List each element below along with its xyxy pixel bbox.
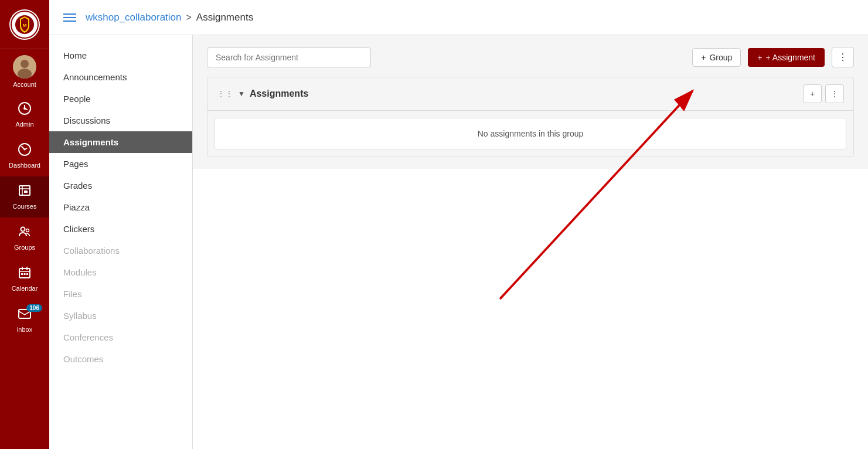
- assignments-group-header: ⋮⋮ ▼ Assignments + ⋮: [207, 77, 853, 111]
- main-content: + Group + + Assignment ⋮ ⋮⋮ ▼: [193, 35, 868, 169]
- nav-item-home[interactable]: Home: [49, 45, 192, 66]
- dashboard-label: Dashboard: [9, 162, 40, 169]
- assignments-group-title: Assignments: [250, 89, 798, 99]
- dashboard-icon: [18, 142, 32, 159]
- sidebar-item-dashboard[interactable]: Dashboard: [0, 135, 49, 176]
- empty-assignments-message: No assignments in this group: [215, 118, 846, 149]
- nav-item-conferences: Conferences: [49, 326, 192, 348]
- avatar: [13, 55, 36, 79]
- svg-point-15: [26, 229, 29, 232]
- svg-point-9: [24, 149, 26, 151]
- hamburger-line-3: [63, 21, 76, 22]
- inbox-label: inbox: [17, 326, 32, 334]
- breadcrumb-course-link[interactable]: wkshop_collaboration: [86, 12, 182, 23]
- sidebar-item-account[interactable]: Account: [0, 49, 49, 94]
- breadcrumb-separator: >: [186, 12, 192, 23]
- nav-item-grades[interactable]: Grades: [49, 175, 192, 196]
- add-icon: +: [810, 89, 815, 98]
- calendar-label: Calendar: [12, 285, 38, 292]
- breadcrumb-current: Assignments: [196, 12, 253, 23]
- search-input[interactable]: [207, 47, 371, 67]
- nav-item-syllabus: Syllabus: [49, 305, 192, 326]
- nav-item-assignments[interactable]: Assignments: [49, 131, 192, 153]
- group-actions: + ⋮: [803, 84, 844, 103]
- sidebar-item-courses[interactable]: Courses: [0, 176, 49, 217]
- content-area: Home Announcements People Discussions As…: [49, 35, 868, 449]
- svg-rect-13: [24, 191, 28, 193]
- add-group-button[interactable]: + Group: [692, 48, 741, 67]
- calendar-icon: [18, 266, 32, 283]
- sidebar-item-admin[interactable]: Admin: [0, 94, 49, 135]
- hamburger-line-2: [63, 17, 76, 18]
- admin-icon: [18, 101, 32, 118]
- more-options-button[interactable]: ⋮: [832, 47, 854, 67]
- assignments-toolbar: + Group + + Assignment ⋮: [207, 47, 854, 67]
- svg-rect-22: [26, 273, 28, 275]
- hamburger-line-1: [63, 13, 76, 15]
- nav-item-discussions[interactable]: Discussions: [49, 110, 192, 131]
- groups-label: Groups: [14, 244, 35, 251]
- main-area: wkshop_collaboration > Assignments Home …: [49, 0, 868, 449]
- group-more-icon: ⋮: [830, 89, 839, 98]
- course-nav: Home Announcements People Discussions As…: [49, 35, 193, 449]
- svg-rect-20: [21, 273, 23, 275]
- nav-item-people[interactable]: People: [49, 88, 192, 110]
- svg-point-14: [21, 227, 25, 232]
- add-assignment-icon: +: [757, 53, 762, 62]
- nav-item-collaborations: Collaborations: [49, 240, 192, 261]
- courses-label: Courses: [13, 203, 37, 210]
- nav-item-pages[interactable]: Pages: [49, 153, 192, 175]
- group-more-button[interactable]: ⋮: [825, 84, 844, 103]
- university-logo: M: [9, 9, 40, 40]
- add-to-group-button[interactable]: +: [803, 84, 822, 103]
- assignments-group-container: ⋮⋮ ▼ Assignments + ⋮ No assignments i: [207, 77, 854, 157]
- add-group-label: Group: [709, 53, 732, 62]
- collapse-arrow-icon[interactable]: ▼: [238, 90, 245, 98]
- nav-item-piazza[interactable]: Piazza: [49, 196, 192, 218]
- account-label: Account: [13, 81, 36, 89]
- drag-handle-icon[interactable]: ⋮⋮: [217, 89, 233, 98]
- svg-rect-21: [24, 273, 26, 275]
- admin-label: Admin: [15, 121, 33, 128]
- hamburger-button[interactable]: [61, 11, 79, 24]
- sidebar-item-groups[interactable]: Groups: [0, 217, 49, 258]
- sidebar: M Account Admin: [0, 0, 49, 449]
- groups-icon: [18, 224, 32, 241]
- main-content-wrapper: + Group + + Assignment ⋮ ⋮⋮ ▼: [193, 35, 868, 449]
- topbar: wkshop_collaboration > Assignments: [49, 0, 868, 35]
- breadcrumb: wkshop_collaboration > Assignments: [86, 12, 253, 23]
- nav-item-announcements[interactable]: Announcements: [49, 66, 192, 88]
- sidebar-item-inbox[interactable]: 106 inbox: [0, 300, 49, 341]
- svg-point-4: [21, 60, 29, 68]
- add-assignment-button[interactable]: + + Assignment: [748, 48, 825, 67]
- svg-text:M: M: [23, 23, 27, 28]
- svg-point-7: [23, 107, 26, 110]
- sidebar-item-calendar[interactable]: Calendar: [0, 258, 49, 300]
- courses-icon: [18, 183, 32, 200]
- nav-item-files: Files: [49, 283, 192, 305]
- inbox-badge: 106: [26, 304, 42, 312]
- more-options-icon: ⋮: [838, 52, 847, 62]
- nav-item-clickers[interactable]: Clickers: [49, 218, 192, 240]
- add-assignment-label: + Assignment: [766, 53, 815, 62]
- nav-item-outcomes: Outcomes: [49, 348, 192, 370]
- nav-item-modules: Modules: [49, 261, 192, 283]
- sidebar-logo: M: [0, 0, 49, 49]
- add-group-icon: +: [701, 53, 706, 62]
